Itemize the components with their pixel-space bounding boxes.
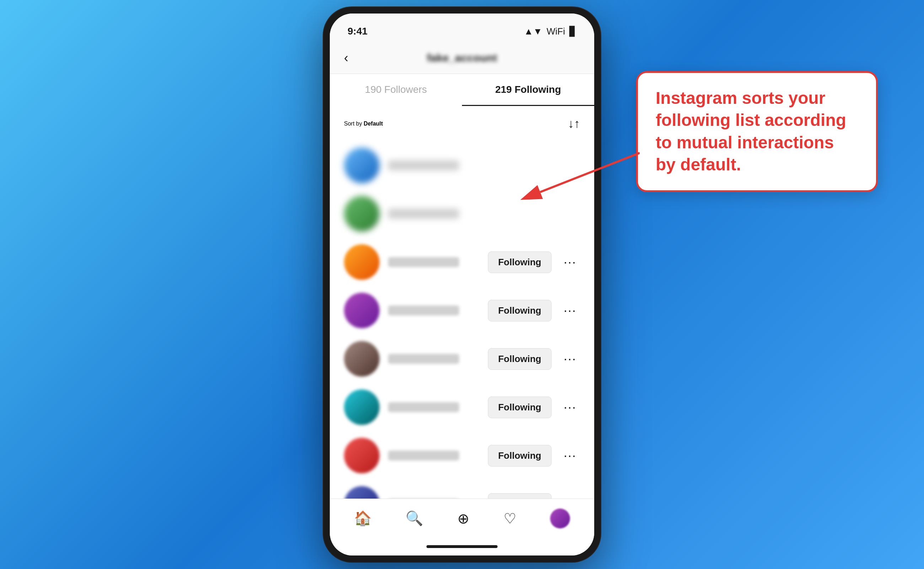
username-blur [388,354,459,364]
sort-bar: Sort by Default ↓↑ [330,106,594,141]
user-info [388,354,479,364]
status-bar: 9:41 ▲▼ WiFi ▊ [330,14,594,42]
wifi-icon: WiFi [546,26,565,37]
callout-text: Instagram sorts your following list acco… [656,88,846,174]
home-indicator [330,538,594,555]
top-nav: ‹ fake_account [330,42,594,74]
username-blur [388,402,459,412]
avatar [344,293,379,328]
phone-screen: 9:41 ▲▼ WiFi ▊ ‹ fake_account 190 Follow… [330,14,594,555]
following-button[interactable]: Following [488,397,552,418]
battery-icon: ▊ [569,26,577,37]
indicator-bar [426,545,498,548]
tab-following[interactable]: 219 Following [462,74,594,106]
list-item: Following ··· [330,335,594,383]
user-info [388,209,580,219]
avatar [344,341,379,377]
more-options-button[interactable]: ··· [560,351,580,366]
status-time: 9:41 [347,26,367,37]
avatar [344,389,379,425]
avatar [344,438,379,473]
heart-icon[interactable]: ♡ [504,510,516,527]
avatar [344,244,379,280]
user-info [388,160,580,170]
profile-avatar[interactable] [550,508,570,528]
add-icon[interactable]: ⊕ [457,510,469,527]
username-blur [388,160,459,170]
avatar [344,486,379,499]
more-options-button[interactable]: ··· [560,255,580,269]
more-options-button[interactable]: ··· [560,400,580,415]
list-item [330,190,594,238]
sort-label: Sort by Default [344,120,383,127]
avatar [344,148,379,183]
following-list: Following ··· Following ··· Fo [330,141,594,499]
list-item: Following ··· [330,383,594,431]
list-item: Following ··· [330,480,594,499]
more-options-button[interactable]: ··· [560,448,580,463]
following-button[interactable]: Following [488,493,552,499]
following-button[interactable]: Following [488,300,552,321]
username-blur [388,306,459,315]
search-icon[interactable]: 🔍 [405,510,423,527]
username-blur [388,450,459,461]
home-icon[interactable]: 🏠 [354,510,372,527]
list-item: Following ··· [330,431,594,480]
sort-icon[interactable]: ↓↑ [568,117,580,131]
phone-wrapper: 9:41 ▲▼ WiFi ▊ ‹ fake_account 190 Follow… [323,7,601,562]
list-item: Following ··· [330,286,594,335]
phone-frame: 9:41 ▲▼ WiFi ▊ ‹ fake_account 190 Follow… [323,7,601,562]
tab-bar: 190 Followers 219 Following [330,74,594,106]
following-button[interactable]: Following [488,348,552,370]
user-info [388,306,479,315]
tab-followers[interactable]: 190 Followers [330,74,462,106]
back-button[interactable]: ‹ [344,50,348,65]
username-blur [388,209,459,219]
username-blur [388,257,459,267]
more-options-button[interactable]: ··· [560,303,580,318]
bottom-nav: 🏠 🔍 ⊕ ♡ [330,499,594,538]
signal-icon: ▲▼ [524,26,542,37]
following-button[interactable]: Following [488,445,552,467]
list-item: Following ··· [330,238,594,286]
status-icons: ▲▼ WiFi ▊ [524,26,577,37]
user-info [388,402,479,412]
avatar [344,196,379,231]
list-item [330,141,594,190]
following-button[interactable]: Following [488,251,552,273]
annotation-callout: Instagram sorts your following list acco… [636,71,878,192]
user-info [388,450,479,461]
user-info [388,257,479,267]
nav-username: fake_account [427,52,497,64]
